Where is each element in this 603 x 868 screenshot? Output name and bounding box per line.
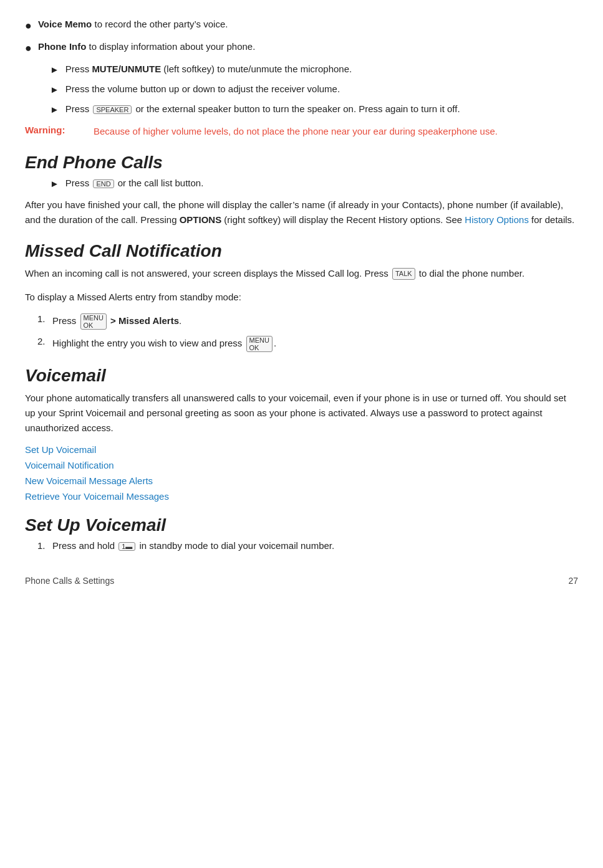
- setup-step1-num: 1.: [37, 540, 52, 551]
- step2-num: 2.: [37, 336, 52, 346]
- link-set-up-voicemail[interactable]: Set Up Voicemail: [25, 444, 578, 455]
- missed-call-step-1: 1. Press MENUOK > Missed Alerts.: [37, 313, 578, 330]
- phone-info-term: Phone Info: [38, 41, 87, 52]
- step1-press: Press: [52, 315, 79, 325]
- footer-left: Phone Calls & Settings: [25, 576, 114, 586]
- bullet-dot: ●: [25, 19, 32, 32]
- one-key-badge: 1▬: [118, 542, 135, 551]
- setup-voicemail-section: Set Up Voicemail 1. Press and hold 1▬ in…: [25, 515, 578, 551]
- setup-step1-text: Press and hold: [52, 540, 117, 551]
- link-voicemail-notification[interactable]: Voicemail Notification: [25, 460, 578, 470]
- step2-end: .: [274, 337, 276, 348]
- voicemail-heading: Voicemail: [25, 366, 578, 386]
- arrow-speaker: ► Press SPEAKER or the external speaker …: [50, 103, 578, 115]
- missed-call-body1: When an incoming call is not answered, y…: [25, 266, 578, 281]
- footer-right: 27: [568, 576, 578, 586]
- ok-badge: MENUOK: [246, 336, 273, 352]
- arrow-mute-key: MUTE/UNMUTE: [92, 64, 161, 74]
- voicemail-links: Set Up Voicemail Voicemail Notification …: [25, 444, 578, 502]
- warning-block: Warning: Because of higher volume levels…: [25, 125, 578, 139]
- step1-bold: > Missed Alerts: [108, 315, 179, 325]
- link-new-voicemail-message-alerts[interactable]: New Voicemail Message Alerts: [25, 475, 578, 486]
- arrow-volume: ► Press the volume button up or down to …: [50, 83, 578, 95]
- arrow-sym-3: ►: [50, 104, 59, 115]
- talk-key-badge: TALK: [392, 268, 415, 280]
- history-options-link[interactable]: History Options: [465, 214, 529, 225]
- arrow-speaker-press: Press: [65, 103, 92, 114]
- arrow-sym-end: ►: [50, 178, 59, 189]
- end-calls-body: After you have finished your call, the p…: [25, 198, 578, 227]
- bullet-phone-info: ● Phone Info to display information abou…: [25, 41, 578, 55]
- arrow-mute-press: Press: [65, 64, 92, 74]
- missed-call-section: Missed Call Notification When an incomin…: [25, 241, 578, 352]
- bullet-voice-memo: ● Voice Memo to record the other party’s…: [25, 19, 578, 32]
- end-calls-rest: or the call list button.: [115, 178, 204, 188]
- voicemail-section: Voicemail Your phone automatically trans…: [25, 366, 578, 502]
- end-phone-calls-section: End Phone Calls ► Press END or the call …: [25, 153, 578, 227]
- arrow-mute: ► Press MUTE/UNMUTE (left softkey) to mu…: [50, 64, 578, 75]
- voicemail-body: Your phone automatically transfers all u…: [25, 391, 578, 436]
- setup-voicemail-step1: 1. Press and hold 1▬ in standby mode to …: [37, 540, 578, 551]
- arrow-volume-text: Press the volume button up or down to ad…: [65, 83, 340, 94]
- arrow-sym-2: ►: [50, 84, 59, 95]
- voice-memo-text: to record the other party’s voice.: [92, 19, 228, 29]
- end-calls-press: Press: [65, 178, 92, 188]
- setup-voicemail-heading: Set Up Voicemail: [25, 515, 578, 535]
- end-calls-arrow: ► Press END or the call list button.: [50, 178, 578, 189]
- step2-text: Highlight the entry you wish to view and…: [52, 337, 245, 348]
- step1-end: .: [179, 315, 181, 325]
- end-key-badge: END: [93, 179, 113, 188]
- warning-label: Warning:: [25, 125, 81, 139]
- arrow-sym-1: ►: [50, 64, 59, 75]
- step1-num: 1.: [37, 313, 52, 324]
- speaker-key-badge: SPEAKER: [93, 105, 132, 114]
- options-bold: OPTIONS: [180, 214, 222, 225]
- arrow-mute-rest: (left softkey) to mute/unmute the microp…: [161, 64, 352, 74]
- menu-ok-badge: MENUOK: [80, 313, 107, 330]
- arrow-speaker-rest: or the external speaker button to turn t…: [133, 103, 460, 114]
- end-phone-calls-heading: End Phone Calls: [25, 153, 578, 173]
- setup-step1-rest: in standby mode to dial your voicemail n…: [137, 540, 334, 551]
- bullet-dot-2: ●: [25, 42, 32, 55]
- link-retrieve-voicemail[interactable]: Retrieve Your Voicemail Messages: [25, 491, 578, 502]
- missed-call-heading: Missed Call Notification: [25, 241, 578, 261]
- missed-call-body2: To display a Missed Alerts entry from st…: [25, 290, 578, 305]
- warning-text: Because of higher volume levels, do not …: [94, 125, 498, 139]
- voice-memo-term: Voice Memo: [38, 19, 92, 29]
- footer: Phone Calls & Settings 27: [25, 576, 578, 586]
- phone-info-text: to display information about your phone.: [86, 41, 255, 52]
- missed-call-step-2: 2. Highlight the entry you wish to view …: [37, 336, 578, 352]
